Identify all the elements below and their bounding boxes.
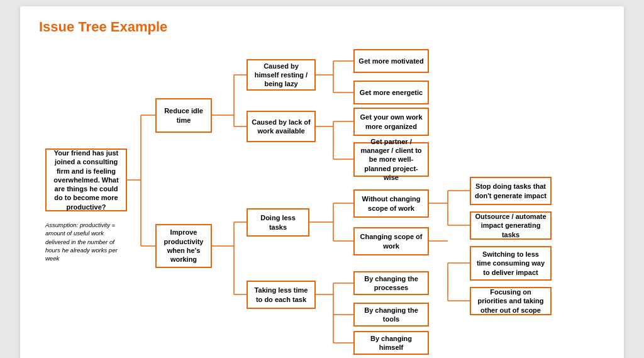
himself2-node: By changing himself — [353, 331, 429, 355]
without-scope-node: Without changing scope of work — [353, 189, 429, 218]
outsource-node: Outsource / automate impact generating t… — [470, 211, 552, 240]
changing-scope-node: Changing scope of work — [353, 227, 429, 255]
stop-node: Stop doing tasks that don't generate imp… — [470, 177, 552, 205]
energetic-node: Get more energetic — [353, 81, 429, 104]
himself-node: Caused by himself resting / being lazy — [247, 59, 316, 91]
partner-node: Get partner / manager / client to be mor… — [353, 142, 429, 177]
switching-node: Switching to less time consuming way to … — [470, 246, 552, 281]
tools-node: By changing the tools — [353, 303, 429, 327]
taking-less-node: Taking less time to do each task — [247, 281, 316, 309]
improve-node: Improve productivity when he's working — [155, 224, 212, 268]
reduce-node: Reduce idle time — [155, 98, 212, 133]
root-node: Your friend has just joined a consulting… — [45, 148, 127, 211]
tree-container: Your friend has just joined a consulting… — [39, 42, 605, 350]
processes-node: By changing the processes — [353, 271, 429, 295]
doing-less-node: Doing less tasks — [247, 208, 309, 237]
organized-node: Get your own work more organized — [353, 108, 429, 136]
focusing-node: Focusing on priorities and taking other … — [470, 287, 552, 315]
assumption-text: Assumption: productivity = amount of use… — [45, 221, 127, 262]
slide-title: Issue Tree Example — [39, 19, 605, 35]
motivated-node: Get more motivated — [353, 49, 429, 73]
slide: Issue Tree Example — [20, 6, 624, 358]
lack-node: Caused by lack of work available — [247, 111, 316, 142]
